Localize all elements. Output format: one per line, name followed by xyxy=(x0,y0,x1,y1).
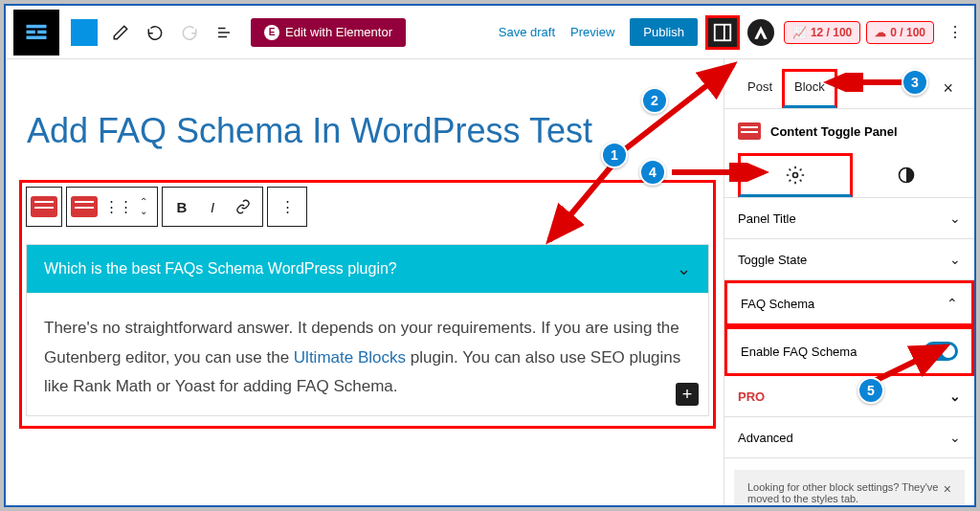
elementor-icon: E xyxy=(264,25,279,40)
faq-answer-body[interactable]: There's no straightforward answer. It de… xyxy=(27,293,708,415)
enable-faq-toggle[interactable] xyxy=(924,342,958,361)
document-outline-icon[interactable] xyxy=(212,21,235,44)
enable-faq-label: Enable FAQ Schema xyxy=(741,344,857,359)
advanced-label: Advanced xyxy=(738,431,793,445)
contrast-icon xyxy=(897,166,916,185)
chevron-down-icon: ⌄ xyxy=(949,252,961,267)
content-toggle-icon xyxy=(738,122,761,140)
content-toggle-block[interactable]: ⋮⋮ ⌃⌄ B I ⋮ Which is the best FAQs Schem… xyxy=(19,180,716,429)
editor-top-toolbar: E Edit with Elementor Save draft Preview… xyxy=(6,6,974,59)
enable-faq-schema-option: Enable FAQ Schema xyxy=(724,326,974,376)
wp-logo-button[interactable] xyxy=(13,10,59,56)
more-options-icon[interactable]: ⋮ xyxy=(944,21,967,44)
toggle-state-label: Toggle State xyxy=(738,253,807,267)
astra-icon[interactable] xyxy=(747,19,774,46)
faq-question-header[interactable]: Which is the best FAQs Schema WordPress … xyxy=(27,245,708,293)
hint-text: Looking for other block settings? They'v… xyxy=(747,481,944,504)
block-move-group[interactable]: ⋮⋮ ⌃⌄ xyxy=(66,187,158,227)
panel-title-label: Panel Title xyxy=(738,211,796,226)
svg-rect-3 xyxy=(27,35,47,39)
add-block-button[interactable]: + xyxy=(676,383,699,406)
faq-question-text: Which is the best FAQs Schema WordPress … xyxy=(44,260,397,278)
settings-panel-toggle[interactable] xyxy=(705,15,740,50)
more-format-button[interactable]: ⋮ xyxy=(267,187,307,227)
ultimate-blocks-link[interactable]: Ultimate Blocks xyxy=(294,348,406,367)
section-advanced[interactable]: Advanced ⌄ xyxy=(724,417,974,458)
drag-handle-icon[interactable]: ⋮⋮ xyxy=(103,191,134,222)
section-faq-schema[interactable]: FAQ Schema ⌃ xyxy=(724,280,974,326)
annotation-5: 5 xyxy=(858,377,884,404)
faq-toggle-panel: Which is the best FAQs Schema WordPress … xyxy=(26,244,709,416)
svg-rect-2 xyxy=(37,30,46,33)
svg-rect-0 xyxy=(27,24,47,27)
preview-link[interactable]: Preview xyxy=(570,25,614,39)
styles-hint: Looking for other block settings? They'v… xyxy=(734,470,965,505)
section-toggle-state[interactable]: Toggle State ⌄ xyxy=(724,239,974,280)
score-2-value: 0 / 100 xyxy=(890,26,925,39)
section-panel-title[interactable]: Panel Title ⌄ xyxy=(724,198,974,239)
pro-label: PRO xyxy=(738,389,765,404)
svg-rect-1 xyxy=(27,30,35,33)
elementor-label: Edit with Elementor xyxy=(285,25,392,39)
annotation-2: 2 xyxy=(641,87,668,114)
bold-button[interactable]: B xyxy=(167,191,197,222)
section-pro[interactable]: PRO ⌄ xyxy=(724,376,974,417)
faq-schema-label: FAQ Schema xyxy=(741,297,814,311)
edit-with-elementor-button[interactable]: E Edit with Elementor xyxy=(251,18,406,47)
chevron-down-icon: ⌄ xyxy=(949,211,961,226)
save-draft-link[interactable]: Save draft xyxy=(499,25,555,39)
text-format-group: B I xyxy=(162,187,263,227)
dismiss-hint-icon[interactable]: × xyxy=(944,481,951,497)
settings-subtab[interactable] xyxy=(738,153,853,197)
svg-rect-7 xyxy=(715,24,731,40)
redo-icon[interactable] xyxy=(178,21,201,44)
tab-post[interactable]: Post xyxy=(738,72,782,105)
close-sidebar-icon[interactable]: × xyxy=(935,75,961,102)
publish-button[interactable]: Publish xyxy=(630,18,698,46)
chevron-down-icon: ⌄ xyxy=(949,430,961,445)
seo-score-badge-1[interactable]: 📈 12 / 100 xyxy=(784,21,860,44)
sidebar-subtabs xyxy=(724,153,974,198)
chevron-up-icon: ⌃ xyxy=(947,296,958,311)
sidebar-tabs: Post Block × xyxy=(724,59,974,109)
editor-canvas: Add FAQ Schema In WordPress Test ⋮⋮ ⌃⌄ B… xyxy=(6,59,724,505)
edit-mode-icon[interactable] xyxy=(109,21,132,44)
block-name-label: Content Toggle Panel xyxy=(770,124,898,139)
chevron-down-icon: ⌄ xyxy=(677,258,691,279)
score-1-value: 12 / 100 xyxy=(811,26,852,39)
annotation-4: 4 xyxy=(639,159,666,186)
tab-block[interactable]: Block xyxy=(782,69,837,108)
annotation-3: 3 xyxy=(902,69,928,96)
chevron-down-icon: ⌄ xyxy=(949,389,961,404)
cloud-icon: ☁ xyxy=(875,26,886,39)
undo-icon[interactable] xyxy=(144,21,167,44)
move-arrows-icon[interactable]: ⌃⌄ xyxy=(134,191,153,222)
block-type-button[interactable] xyxy=(26,187,62,227)
link-button[interactable] xyxy=(228,191,258,222)
styles-subtab[interactable] xyxy=(853,153,962,197)
trend-up-icon: 📈 xyxy=(792,26,807,39)
seo-score-badge-2[interactable]: ☁ 0 / 100 xyxy=(866,21,934,44)
annotation-1: 1 xyxy=(601,142,628,168)
italic-button[interactable]: I xyxy=(197,191,228,222)
block-name-header: Content Toggle Panel xyxy=(724,109,974,153)
svg-point-9 xyxy=(792,173,797,178)
gear-icon xyxy=(786,166,805,185)
settings-sidebar: Post Block × Content Toggle Panel Panel … xyxy=(724,59,974,505)
block-type-indicator[interactable] xyxy=(71,19,98,46)
block-toolbar: ⋮⋮ ⌃⌄ B I ⋮ xyxy=(26,187,709,227)
